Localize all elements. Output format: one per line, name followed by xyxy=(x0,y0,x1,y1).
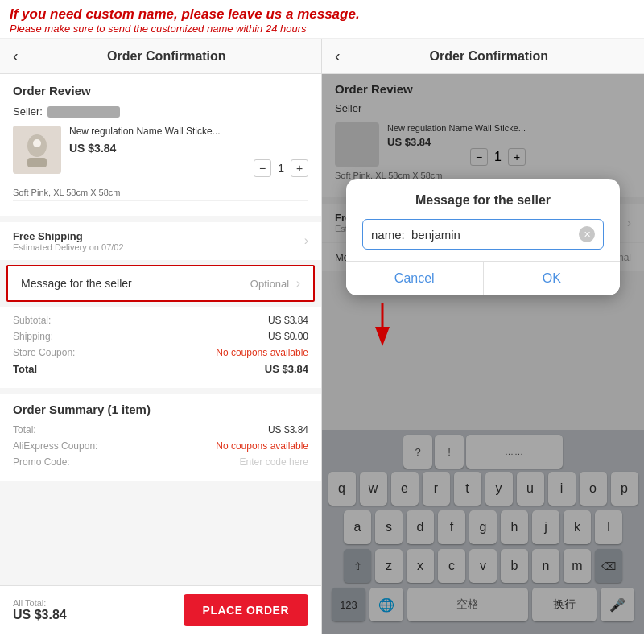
left-bottom-bar: All Total: US $3.84 PLACE ORDER xyxy=(0,585,321,634)
left-promo-label: Promo Code: xyxy=(13,456,70,468)
dialog-ok-button[interactable]: OK xyxy=(484,262,621,295)
left-seller-row: Seller: xyxy=(13,105,308,118)
left-shipping-row[interactable]: Free Shipping Estimated Delivery on 07/0… xyxy=(0,222,321,260)
left-coupon-value: No coupons available xyxy=(216,347,308,358)
left-shipping-price-label: Shipping: xyxy=(13,331,53,342)
left-summary-total-label: Total: xyxy=(13,424,36,436)
left-total-left: All Total: US $3.84 xyxy=(13,598,67,622)
right-panel: ‹ Order Confirmation Order Review Seller… xyxy=(322,39,644,634)
left-summary-title: Order Summary (1 item) xyxy=(13,402,308,416)
left-promo-row: Promo Code: Enter code here xyxy=(13,456,308,468)
dialog-input[interactable] xyxy=(371,228,579,242)
left-scroll: Order Review Seller: xyxy=(0,74,321,585)
left-header-title: Order Confirmation xyxy=(25,49,308,64)
left-message-optional: Optional xyxy=(250,278,289,290)
left-summary-total-row: Total: US $3.84 xyxy=(13,424,308,436)
left-shipping-price-row: Shipping: US $0.00 xyxy=(13,331,308,342)
left-message-label: Message for the seller xyxy=(21,277,132,290)
dialog-clear-button[interactable]: ✕ xyxy=(579,226,595,242)
right-back-button[interactable]: ‹ xyxy=(335,47,341,65)
svg-rect-2 xyxy=(27,158,47,167)
left-all-total-value: US $3.84 xyxy=(13,608,67,622)
right-header: ‹ Order Confirmation xyxy=(322,39,644,74)
left-subtotal-label: Subtotal: xyxy=(13,315,51,326)
dialog-buttons: Cancel OK xyxy=(346,261,620,295)
left-coupon-label: Store Coupon: xyxy=(13,347,75,358)
left-qty-row: − 1 + xyxy=(69,159,308,177)
panels-container: ‹ Order Confirmation Order Review Seller… xyxy=(0,39,644,634)
left-subtotal-value: US $3.84 xyxy=(268,315,308,326)
left-product-price: US $3.84 xyxy=(69,142,308,155)
top-banner: If you need custom name, please leave us… xyxy=(0,0,644,39)
left-aliexpress-coupon-label: AliExpress Coupon: xyxy=(13,440,97,452)
left-total-row: Total US $3.84 xyxy=(13,363,308,375)
left-message-row[interactable]: Message for the seller Optional › xyxy=(6,265,315,302)
right-content: Order Review Seller New regulation Name … xyxy=(322,74,644,634)
left-qty-num: 1 xyxy=(278,162,284,175)
svg-point-3 xyxy=(33,139,41,147)
left-summary-total-value: US $3.84 xyxy=(268,424,308,436)
left-product-name: New regulation Name Wall Sticke... xyxy=(69,126,308,138)
left-panel: ‹ Order Confirmation Order Review Seller… xyxy=(0,39,322,634)
message-dialog: Message for the seller ✕ Cancel OK xyxy=(346,179,620,295)
left-total-value: US $3.84 xyxy=(265,363,308,375)
dialog-title: Message for the seller xyxy=(362,193,604,208)
left-shipping-main: Free Shipping xyxy=(13,230,124,242)
left-message-chevron: › xyxy=(296,276,300,290)
left-order-review-title: Order Review xyxy=(13,84,308,97)
left-price-summary: Subtotal: US $3.84 Shipping: US $0.00 St… xyxy=(0,307,321,388)
left-product-thumb xyxy=(13,126,61,174)
left-total-label: Total xyxy=(13,363,37,375)
banner-line2: Please make sure to send the customized … xyxy=(10,23,634,35)
left-variant: Soft Pink, XL 58cm X 58cm xyxy=(13,184,308,201)
left-subtotal-row: Subtotal: US $3.84 xyxy=(13,315,308,326)
left-product-info: New regulation Name Wall Sticke... US $3… xyxy=(69,126,308,177)
left-seller-name-blur xyxy=(47,106,120,118)
left-order-summary: Order Summary (1 item) Total: US $3.84 A… xyxy=(0,394,321,481)
banner-line1: If you need custom name, please leave us… xyxy=(10,6,634,23)
left-shipping-sub: Estimated Delivery on 07/02 xyxy=(13,242,124,252)
right-header-title: Order Confirmation xyxy=(347,49,631,64)
place-order-button[interactable]: PLACE ORDER xyxy=(184,594,308,626)
left-qty-minus[interactable]: − xyxy=(254,159,271,177)
left-product-row: New regulation Name Wall Sticke... US $3… xyxy=(13,126,308,177)
left-promo-value: Enter code here xyxy=(240,456,308,468)
left-header: ‹ Order Confirmation xyxy=(0,39,321,74)
left-all-total-label: All Total: xyxy=(13,598,67,608)
left-seller-label: Seller: xyxy=(13,105,43,118)
left-shipping-chevron: › xyxy=(304,233,308,248)
left-back-button[interactable]: ‹ xyxy=(13,47,19,65)
red-arrow-annotation xyxy=(370,291,435,359)
left-qty-plus[interactable]: + xyxy=(291,159,308,177)
left-aliexpress-coupon-row: AliExpress Coupon: No coupons available xyxy=(13,440,308,452)
dialog-cancel-button[interactable]: Cancel xyxy=(346,262,484,295)
left-shipping-info: Free Shipping Estimated Delivery on 07/0… xyxy=(13,230,124,252)
left-aliexpress-coupon-value: No coupons available xyxy=(216,440,308,452)
left-order-section: Order Review Seller: xyxy=(0,74,321,216)
left-coupon-row: Store Coupon: No coupons available xyxy=(13,347,308,358)
left-shipping-price-value: US $0.00 xyxy=(268,331,308,342)
dialog-input-row[interactable]: ✕ xyxy=(362,219,604,250)
